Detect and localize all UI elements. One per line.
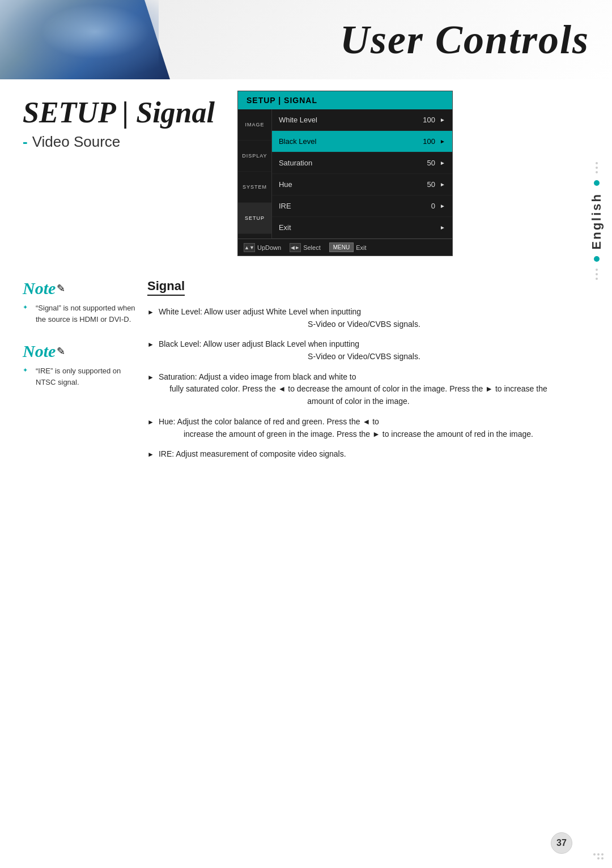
saturation-value: 50: [418, 159, 435, 167]
white-level-tri: ►: [147, 307, 154, 318]
hue-desc: Hue: Adjust the color balance of red and…: [159, 416, 558, 440]
signal-item-saturation: ► Saturation: Adjust a video image from …: [147, 371, 558, 408]
menu-row-exit[interactable]: Exit ►: [272, 217, 452, 239]
saturation-desc: Saturation: Adjust a video image from bl…: [159, 371, 558, 408]
signal-heading: Signal: [147, 279, 185, 296]
page-header: User Controls: [0, 0, 612, 79]
menu-sidebar-display[interactable]: DISPLAY: [238, 141, 271, 172]
exit-arrow: ►: [440, 224, 445, 231]
menu-sidebar-system[interactable]: SYSTEM: [238, 172, 271, 203]
sidebar-dots-top: [596, 162, 598, 173]
saturation-arrow: ►: [440, 160, 445, 166]
black-level-value: 100: [418, 137, 435, 146]
cdot-br-3: [601, 853, 604, 856]
menu-exit-label: Exit: [356, 244, 366, 251]
accent-dot: [594, 180, 600, 186]
hue-tri: ►: [147, 417, 154, 428]
menu-row-hue[interactable]: Hue 50 ►: [272, 174, 452, 195]
ire-value: 0: [418, 202, 435, 210]
menu-row-saturation[interactable]: Saturation 50 ►: [272, 152, 452, 174]
signal-item-hue: ► Hue: Adjust the color balance of red a…: [147, 416, 558, 440]
cdot-br-2: [597, 853, 600, 856]
dot-5: [596, 273, 598, 275]
language-label: English: [589, 193, 604, 249]
accent-dot-2: [594, 256, 600, 262]
signal-item-ire: ► IRE: Adjust measurement of composite v…: [147, 448, 558, 461]
menu-panel: SETUP | SIGNAL IMAGE DISPLAY SYSTEM SETU…: [237, 91, 453, 256]
exit-label: Exit: [279, 223, 418, 232]
updown-label: UpDown: [257, 244, 281, 251]
sidebar-dots-bottom: [596, 269, 598, 280]
setup-main-title: SETUP | Signal: [23, 96, 215, 129]
hue-label: Hue: [279, 180, 418, 189]
ire-tri: ►: [147, 449, 154, 460]
header-image-overlay: [0, 0, 159, 79]
setup-subtitle: - Video Source: [23, 133, 215, 151]
content-section: Note ✎ ✦ “Signal” is not supported when …: [0, 267, 581, 480]
signal-item-black-level: ► Black Level: Allow user adjust Black L…: [147, 338, 558, 363]
cdot-br-4: [597, 857, 600, 860]
menu-rows: White Level 100 ► Black Level 100 ► Satu…: [272, 109, 452, 239]
black-level-label: Black Level: [279, 137, 418, 146]
footer-updown: ▲▼ UpDown: [244, 243, 281, 252]
select-icon: ◀►: [290, 243, 301, 252]
page-number: 37: [551, 832, 572, 854]
note-text-1: “Signal” is not supported when the sourc…: [31, 303, 136, 325]
language-sidebar: English: [581, 79, 612, 363]
note-header-2: Note ✎: [23, 342, 136, 361]
note-bullet-2: ✦ “IRE” is only supported on NTSC signal…: [23, 365, 136, 388]
menu-sidebar: IMAGE DISPLAY SYSTEM SETUP: [238, 109, 272, 239]
diamond-icon-2: ✦: [23, 367, 28, 388]
notes-column: Note ✎ ✦ “Signal” is not supported when …: [23, 279, 136, 469]
ire-arrow: ►: [440, 203, 445, 209]
note-icon-2: Note: [23, 342, 56, 361]
white-level-value: 100: [418, 116, 435, 124]
diamond-icon-1: ✦: [23, 304, 28, 325]
menu-btn[interactable]: MENU: [329, 242, 354, 252]
menu-sidebar-setup[interactable]: SETUP: [238, 203, 271, 234]
dot-2: [596, 167, 598, 169]
menu-row-ire[interactable]: IRE 0 ►: [272, 195, 452, 217]
saturation-tri: ►: [147, 372, 154, 383]
note-text-2: “IRE” is only supported on NTSC signal.: [31, 365, 136, 388]
ire-label: IRE: [279, 202, 418, 210]
note-header-1: Note ✎: [23, 279, 136, 298]
select-label: Select: [303, 244, 321, 251]
footer-menu-exit: MENU Exit: [329, 242, 367, 252]
black-level-arrow: ►: [440, 138, 445, 144]
menu-row-white-level[interactable]: White Level 100 ►: [272, 109, 452, 131]
note-pencil-2: ✎: [57, 345, 65, 358]
signal-content: Signal ► White Level: Allow user adjust …: [147, 279, 558, 469]
note-icon-1: Note: [23, 279, 56, 298]
footer-select: ◀► Select: [290, 243, 321, 252]
menu-row-black-level[interactable]: Black Level 100 ►: [272, 131, 452, 152]
white-level-label: White Level: [279, 116, 418, 124]
white-level-arrow: ►: [440, 117, 445, 123]
menu-sidebar-image[interactable]: IMAGE: [238, 109, 271, 141]
cdot-br-5: [601, 857, 604, 860]
saturation-label: Saturation: [279, 159, 418, 167]
hue-value: 50: [418, 180, 435, 189]
ire-desc: IRE: Adjust measurement of composite vid…: [159, 448, 558, 461]
dot-4: [596, 269, 598, 271]
note-box-2: Note ✎ ✦ “IRE” is only supported on NTSC…: [23, 342, 136, 388]
note-pencil-1: ✎: [57, 282, 65, 295]
menu-header: SETUP | SIGNAL: [238, 91, 452, 109]
white-level-desc: White Level: Allow user adjust White Lev…: [159, 306, 558, 330]
subtitle-text: Video Source: [32, 133, 121, 151]
setup-title-block: SETUP | Signal - Video Source: [23, 96, 215, 151]
subtitle-dash: -: [23, 133, 28, 151]
dot-1: [596, 162, 598, 164]
page-title: User Controls: [340, 16, 589, 63]
main-content: SETUP | Signal - Video Source SETUP | SI…: [0, 79, 581, 868]
menu-body: IMAGE DISPLAY SYSTEM SETUP White Level 1…: [238, 109, 452, 239]
menu-footer: ▲▼ UpDown ◀► Select MENU Exit: [238, 239, 452, 256]
dot-3: [596, 171, 598, 173]
black-level-desc: Black Level: Allow user adjust Black Lev…: [159, 338, 558, 363]
dot-6: [596, 278, 598, 280]
black-level-tri: ►: [147, 339, 154, 350]
updown-icon: ▲▼: [244, 243, 255, 252]
corner-decoration: [593, 853, 604, 860]
note-bullet-1: ✦ “Signal” is not supported when the sou…: [23, 303, 136, 325]
note-box-1: Note ✎ ✦ “Signal” is not supported when …: [23, 279, 136, 325]
